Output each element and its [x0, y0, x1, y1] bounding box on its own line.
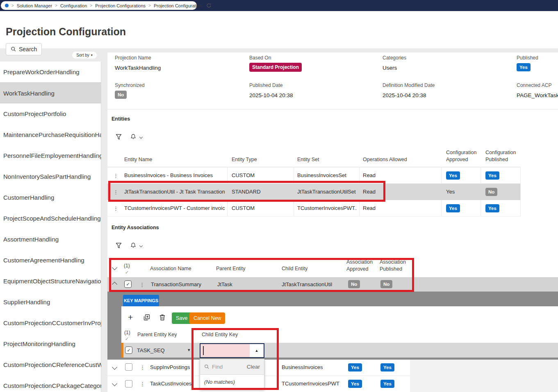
refresh-icon[interactable] — [206, 3, 212, 8]
row-menu-icon[interactable]: ⋮ — [113, 189, 118, 195]
bell-icon[interactable] — [130, 242, 136, 251]
sort-caret-icon: ▾ — [91, 53, 93, 57]
entities-col-entity-name: Entity Name — [124, 157, 152, 162]
parent-entity-cell: JtTask — [217, 281, 232, 287]
sidebar-item-personnelfileemployementhandling[interactable]: PersonnelFileEmployementHandling — [0, 145, 101, 166]
row-menu-icon[interactable]: ⋮ — [139, 282, 145, 288]
child-entity-key-combobox[interactable]: ▲ — [200, 343, 264, 358]
sidebar-item-label: MaintenancePurchaseRequisitionHan — [3, 131, 101, 138]
assoc-published-badge: Yes — [380, 380, 394, 388]
entity-set-cell: TCustomerInvoicesPWT... — [297, 205, 357, 211]
filter-icon[interactable] — [116, 242, 122, 251]
assoc-col-association-name: Association Name — [150, 266, 191, 271]
text-cursor — [203, 346, 204, 355]
based-on-badge: Standard Projection — [249, 63, 302, 72]
sort-by-button[interactable]: Sort by ▾ — [72, 52, 97, 59]
delete-row-icon[interactable] — [159, 314, 165, 322]
duplicate-row-icon[interactable] — [143, 314, 150, 322]
sidebar-item-label: EquipmentObjectStructureNavigation — [3, 278, 101, 285]
sidebar-item-label: CustomerAgreementHandling — [3, 257, 84, 264]
row-menu-icon[interactable]: ⋮ — [113, 173, 118, 179]
breadcrumb-item-solution-manager[interactable]: Solution Manager — [17, 3, 52, 8]
row-checkbox-unchecked[interactable] — [125, 380, 132, 387]
sidebar-item-equipmentobjectstructurenavigation[interactable]: EquipmentObjectStructureNavigation — [0, 271, 101, 292]
sidebar-item-assortmenthandling[interactable]: AssortmentHandling — [0, 229, 101, 250]
dropdown-find-row[interactable]: Find Clear — [200, 359, 264, 374]
section-divider — [107, 109, 558, 109]
entity-set-cell: JtTaskTransactionUtilSet — [297, 189, 357, 195]
associations-section-title: Entity Associations — [112, 225, 159, 230]
combobox-dropdown: Find Clear (No matches) — [200, 359, 264, 390]
parent-entity-key-value[interactable]: TASK_SEQ — [137, 347, 165, 353]
entity-name-cell: BusinessInvoices - Business Invoices — [124, 172, 225, 178]
config-published-badge: Yes — [485, 171, 499, 180]
row-menu-icon[interactable]: ⋮ — [140, 365, 145, 371]
sidebar-item-worktaskhandling-selected[interactable]: WorkTaskHandling — [0, 82, 101, 103]
projection-name-label: Projection Name — [115, 55, 151, 61]
entity-type-cell: STANDARD — [232, 189, 261, 195]
page-header: Projection Configuration Search — [0, 11, 558, 48]
config-approved-text: Yes — [446, 189, 455, 195]
row-checkbox-unchecked[interactable] — [125, 363, 132, 371]
sidebar-item-supplierhandling[interactable]: SupplierHandling — [0, 292, 101, 312]
search-button[interactable]: Search — [6, 43, 42, 55]
parent-key-dropdown-icon[interactable]: ▾ — [188, 347, 190, 353]
sidebar-item-noninventorysalesparthandling[interactable]: NonInventorySalesPartHandling — [0, 166, 101, 187]
child-entity-cell: JtTaskTransactionUtil — [282, 281, 332, 287]
sidebar-item-maintenancepurchaserequisition[interactable]: MaintenancePurchaseRequisitionHan — [0, 124, 101, 145]
entity-type-cell: CUSTOM — [232, 205, 255, 211]
chevron-right-icon: > — [90, 3, 92, 8]
select-all-check-icon[interactable]: ✓ — [125, 270, 129, 275]
sidebar-item-projectmonitoringhandling[interactable]: ProjectMonitoringHandling — [0, 333, 101, 354]
save-button[interactable]: Save — [172, 312, 192, 324]
sidebar-item-label: CustomProjectPortfolio — [3, 110, 66, 117]
breadcrumb: > Solution Manager > Configuration > Pro… — [1, 1, 197, 10]
filter-icon[interactable] — [116, 134, 122, 142]
sidebar-item-label: CustomProjectionCCustomerInvProje — [3, 319, 101, 326]
assoc-col-child-entity: Child Entity — [282, 266, 307, 271]
bell-icon[interactable] — [130, 133, 136, 142]
row-menu-icon[interactable]: ⋮ — [113, 205, 118, 212]
config-approved-badge: Yes — [446, 204, 460, 212]
clear-button[interactable]: Clear — [247, 364, 260, 370]
sidebar-item-prepareworkorderhandling[interactable]: PrepareWorkOrderHandling — [0, 62, 101, 82]
row-checkbox-checked[interactable]: ✓ — [125, 346, 132, 354]
find-input-placeholder[interactable]: Find — [212, 364, 244, 370]
selection-count: (1) — [124, 263, 130, 269]
row-modified-marker — [121, 343, 123, 358]
breadcrumb-bar: > Solution Manager > Configuration > Pro… — [0, 0, 558, 11]
cancel-new-button[interactable]: Cancel New — [189, 312, 225, 324]
breadcrumb-item-projection-configurations[interactable]: Projection Configurations — [95, 3, 146, 8]
breadcrumb-item-projection-configuration[interactable]: Projection Configuration — [154, 3, 202, 8]
add-row-icon[interactable]: + — [128, 312, 133, 322]
sidebar-item-label: NonInventorySalesPartHandling — [3, 173, 91, 180]
definition-modified-date-value: 2025-10-04 20:38 — [383, 92, 426, 98]
page-title: Projection Configuration — [6, 26, 126, 38]
published-date-value: 2025-10-04 20:38 — [249, 92, 293, 98]
sidebar-item-customeragreementhandling[interactable]: CustomerAgreementHandling — [0, 250, 101, 271]
sidebar-item-customerhandling[interactable]: CustomerHandling — [0, 187, 101, 208]
based-on-label: Based On — [249, 55, 271, 61]
row-menu-icon[interactable]: ⋮ — [140, 381, 145, 387]
key-mapping-row-editing[interactable] — [121, 343, 558, 358]
tab-key-mappings[interactable]: KEY MAPPINGS — [123, 295, 159, 306]
projection-name-value: WorkTaskHandling — [115, 65, 161, 71]
assoc-col-parent-entity: Parent Entity — [216, 266, 246, 271]
breadcrumb-item-configuration[interactable]: Configuration — [60, 3, 87, 8]
child-entity-cell: TCustomerInvoicesPWT — [282, 381, 339, 387]
entities-section-title: Entities — [112, 116, 130, 122]
sidebar-item-customprojectioncreferencecustwo[interactable]: CustomProjectionCReferenceCustWo — [0, 354, 101, 375]
sidebar-item-customprojectionccustomerinvproje[interactable]: CustomProjectionCCustomerInvProje — [0, 312, 101, 333]
chevron-right-icon: > — [11, 3, 14, 8]
sidebar-item-customprojectioncpackagecategory[interactable]: CustomProjectionCPackageCategory — [0, 375, 101, 392]
association-name-cell: TransactionSummary — [151, 281, 201, 287]
select-all-check-icon[interactable]: ✓ — [125, 336, 129, 342]
row-filler — [410, 360, 558, 376]
synchronized-badge: No — [115, 91, 127, 99]
sidebar-item-customprojectportfolio[interactable]: CustomProjectPortfolio — [0, 103, 101, 124]
chevron-right-icon: > — [148, 3, 151, 8]
no-matches-row: (No matches) — [200, 374, 264, 389]
combobox-collapse-icon[interactable]: ▲ — [250, 344, 264, 357]
row-checkbox-checked[interactable]: ✓ — [124, 280, 132, 288]
sidebar-item-projectscopeandschedulehandling[interactable]: ProjectScopeAndScheduleHandling — [0, 208, 101, 229]
